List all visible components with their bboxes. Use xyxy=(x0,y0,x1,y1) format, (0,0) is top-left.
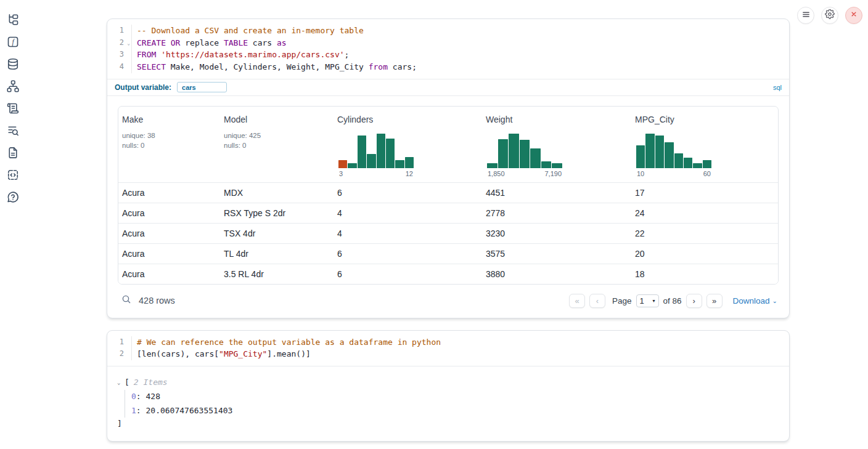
tree-entry-value: : 428 xyxy=(136,392,160,401)
python-cell-output: ⌄[ 2 Items 0: 4281: 20.060747663551403 ] xyxy=(107,366,789,441)
histogram-bar xyxy=(395,160,404,168)
logs-icon[interactable] xyxy=(7,124,19,137)
table-cell: 3880 xyxy=(482,264,631,284)
code-line[interactable]: # We can reference the output variable a… xyxy=(132,336,789,349)
next-page-button[interactable]: › xyxy=(686,294,702,308)
table-footer: 428 rows «‹ Page 1 ▾ of 86›» Download ⌄ xyxy=(118,290,779,310)
table-cell: Acura xyxy=(118,224,220,243)
language-badge: sql xyxy=(773,84,782,91)
variables-icon[interactable]: f xyxy=(7,36,19,48)
histogram-bar xyxy=(530,148,541,168)
column-header[interactable]: Makeunique: 38nulls: 0 xyxy=(118,107,220,182)
code-line[interactable]: FROM 'https://datasets.marimo.app/cars.c… xyxy=(132,49,789,61)
table-cell: Acura xyxy=(118,264,220,284)
last-page-icon: » xyxy=(712,296,716,305)
table-row[interactable]: AcuraTSX 4dr4323022 xyxy=(118,223,778,243)
table-cell: TL 4dr xyxy=(220,244,334,264)
dependency-graph-icon[interactable] xyxy=(7,80,19,92)
first-page-button[interactable]: « xyxy=(569,294,585,308)
column-header[interactable]: Cylinders312 xyxy=(334,107,482,182)
collapse-icon[interactable]: ⌄ xyxy=(117,379,125,386)
table-cell: 3230 xyxy=(482,224,631,243)
svg-text:f: f xyxy=(12,38,15,46)
column-histogram[interactable]: 1060 xyxy=(636,134,711,177)
prev-page-icon: ‹ xyxy=(596,296,599,305)
tree-close-bracket: ] xyxy=(117,418,778,430)
page-select[interactable]: 1 ▾ xyxy=(636,294,659,307)
table-row[interactable]: AcuraTL 4dr6357520 xyxy=(118,243,778,264)
histogram-bar xyxy=(693,163,702,168)
fold-icon[interactable]: ⌄ xyxy=(127,38,130,50)
table-row[interactable]: AcuraRSX Type S 2dr4277824 xyxy=(118,203,778,223)
python-code-editor[interactable]: 12# We can reference the output variable… xyxy=(107,331,789,366)
prev-page-button[interactable]: ‹ xyxy=(589,294,605,308)
snippets-icon[interactable] xyxy=(7,169,19,181)
column-label: Make xyxy=(122,115,218,124)
last-page-button[interactable]: » xyxy=(706,294,723,308)
documentation-icon[interactable] xyxy=(7,147,19,159)
line-number: 2⌄ xyxy=(107,37,131,49)
table-row[interactable]: Acura3.5 RL 4dr6388018 xyxy=(118,264,778,284)
code-line[interactable]: [len(cars), cars["MPG_City"].mean()] xyxy=(132,348,789,360)
histogram-axis: 1060 xyxy=(636,170,711,177)
table-cell: 4 xyxy=(334,224,482,243)
sql-cell: 12⌄34-- Download a CSV and create an in-… xyxy=(107,18,790,318)
table-cell: 6 xyxy=(334,244,482,264)
settings-icon xyxy=(825,9,835,22)
notebook-actions xyxy=(797,7,862,24)
tree-entry: 0: 428 xyxy=(131,390,778,404)
tree-entry-key: 1 xyxy=(131,406,136,415)
column-histogram[interactable]: 1,8507,190 xyxy=(487,134,562,177)
file-explorer-icon[interactable] xyxy=(7,14,19,26)
table-cell: Acura xyxy=(118,244,220,264)
line-number: 1 xyxy=(107,25,131,37)
histogram-bar xyxy=(665,142,673,168)
output-variable-label: Output variable: xyxy=(115,83,171,92)
column-header[interactable]: Modelunique: 425nulls: 0 xyxy=(220,107,334,182)
column-label: Weight xyxy=(486,115,629,124)
search-icon[interactable] xyxy=(121,294,131,307)
download-label: Download xyxy=(733,296,770,305)
settings-button[interactable] xyxy=(821,7,838,24)
line-number: 3 xyxy=(107,49,131,61)
column-header[interactable]: MPG_City1060 xyxy=(631,107,778,182)
histogram-bar xyxy=(636,145,645,168)
pagination: «‹ Page 1 ▾ of 86›» Download ⌄ xyxy=(569,294,777,308)
table-cell: TSX 4dr xyxy=(220,224,334,243)
table-cell: 3.5 RL 4dr xyxy=(220,264,334,284)
histogram-bar xyxy=(520,140,530,168)
column-header[interactable]: Weight1,8507,190 xyxy=(482,107,631,182)
python-cell: 12# We can reference the output variable… xyxy=(107,330,790,442)
code-line[interactable]: CREATE OR replace TABLE cars as xyxy=(132,37,789,49)
table-cell: 22 xyxy=(631,224,778,243)
column-label: MPG_City xyxy=(635,115,776,124)
table-row[interactable]: AcuraMDX6445117 xyxy=(118,182,778,203)
close-icon xyxy=(850,10,858,21)
table-cell: 6 xyxy=(334,183,482,203)
shutdown-button[interactable] xyxy=(845,7,862,24)
table-cell: 4451 xyxy=(482,183,631,203)
help-icon[interactable] xyxy=(7,191,19,203)
table-cell: Acura xyxy=(118,183,220,203)
column-stats: unique: 425nulls: 0 xyxy=(224,131,331,150)
download-button[interactable]: Download ⌄ xyxy=(733,296,777,305)
sql-cell-output: Makeunique: 38nulls: 0Modelunique: 425nu… xyxy=(107,95,789,318)
sql-code-editor[interactable]: 12⌄34-- Download a CSV and create an in-… xyxy=(107,19,789,79)
histogram-bar xyxy=(377,134,385,168)
histogram-bar xyxy=(386,139,395,168)
scratchpad-icon[interactable] xyxy=(7,102,19,115)
menu-button[interactable] xyxy=(797,7,814,24)
page-select-value: 1 xyxy=(640,296,644,305)
code-line[interactable]: SELECT Make, Model, Cylinders, Weight, M… xyxy=(132,61,789,73)
column-histogram[interactable]: 312 xyxy=(338,134,414,177)
table-cell: 17 xyxy=(631,183,778,203)
line-number: 4 xyxy=(107,61,131,73)
histogram-bar xyxy=(655,136,664,168)
column-label: Model xyxy=(224,115,331,124)
code-line[interactable]: -- Download a CSV and create an in-memor… xyxy=(132,25,789,37)
datasources-icon[interactable] xyxy=(7,58,19,70)
output-variable-input[interactable] xyxy=(177,82,227,92)
tree-items-count: 2 Items xyxy=(134,378,168,387)
table-cell: Acura xyxy=(118,203,220,223)
histogram-bar xyxy=(338,160,347,168)
